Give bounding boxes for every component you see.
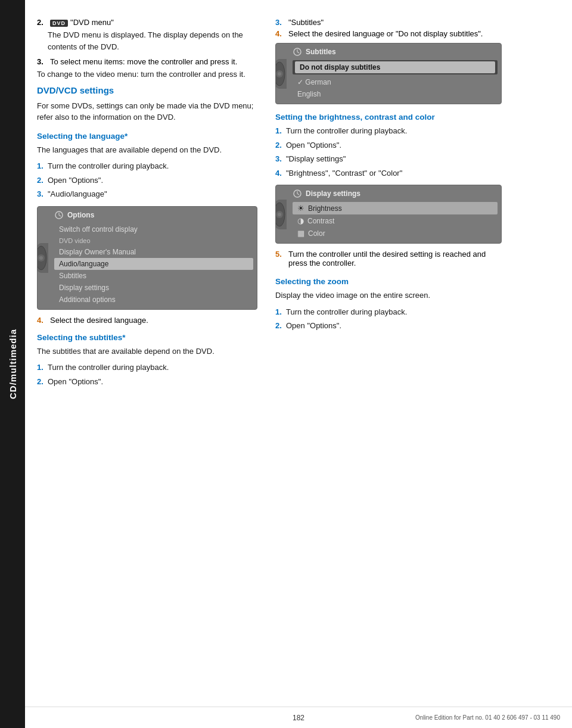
footer: 182 Online Edition for Part no. 01 40 2 …	[25, 707, 572, 728]
options-title: Options	[67, 211, 94, 219]
brightness-steps-list: 1. Turn the controller during playback. …	[275, 125, 502, 179]
step-3-subtitles: 3. "Subtitles"	[275, 18, 502, 27]
step-3-subtitles-text: "Subtitles"	[288, 18, 502, 27]
language-step-3: 3. "Audio/language"	[37, 188, 257, 200]
color-label: Color	[308, 229, 325, 238]
step-4-language: 4. Select the desired language.	[37, 316, 257, 325]
step-3-subtitles-num: 3.	[275, 18, 288, 27]
step-4-text: Select the desired language.	[50, 316, 257, 325]
brightness-label: Brightness	[308, 204, 342, 213]
zoom-step-2: 2. Open "Options".	[275, 320, 502, 332]
brightness-step-2: 2. Open "Options".	[275, 139, 502, 151]
controller-dial-left	[37, 243, 48, 273]
step-3-text: To select menu items: move the controlle…	[50, 57, 257, 66]
color-icon: ▦	[297, 229, 304, 238]
right-column: 3. "Subtitles" 4. Select the desired lan…	[269, 18, 502, 393]
options-menu-items: Switch off control display DVD video Dis…	[54, 223, 253, 306]
menu-display-settings: Display settings	[54, 282, 253, 294]
contrast-label: Contrast	[307, 217, 334, 225]
select-language-desc: The languages that are available depend …	[37, 144, 257, 156]
subtitles-icon	[293, 47, 302, 57]
step-3-select-menu: 3. To select menu items: move the contro…	[37, 57, 257, 66]
menu-dvd-video: DVD video	[54, 235, 253, 246]
selecting-zoom-desc: Display the video image on the entire sc…	[275, 290, 502, 301]
select-subtitles-heading: Selecting the subtitles*	[37, 333, 257, 342]
step-2-dvd-menu: 2. DVD"DVD menu"	[37, 18, 257, 27]
svg-point-2	[39, 256, 43, 260]
contrast-icon: ◑	[297, 216, 304, 225]
step-3-num: 3.	[37, 57, 50, 66]
step-2-desc: The DVD menu is displayed. The display d…	[48, 29, 257, 52]
menu-english: English	[293, 88, 498, 100]
menu-audio-language: Audio/language	[54, 258, 253, 270]
brightness-sun-icon: ☀	[297, 204, 304, 213]
selecting-zoom-heading: Selecting the zoom	[275, 277, 502, 286]
subtitles-step-2: 2. Open "Options".	[37, 376, 257, 388]
menu-subtitles: Subtitles	[54, 270, 253, 282]
svg-point-10	[278, 213, 281, 216]
brightness-step-4: 4. "Brightness", "Contrast" or "Color"	[275, 167, 502, 179]
dvd-vcd-desc: For some DVDs, settings can only be made…	[37, 100, 257, 123]
dvd-icon: DVD	[50, 20, 68, 27]
display-settings-title: Display settings	[306, 189, 360, 198]
controller-dial-display	[275, 200, 287, 229]
color-item: ▦ Color	[293, 227, 498, 239]
menu-german: ✓ German	[293, 76, 498, 88]
dvd-vcd-heading: DVD/VCD settings	[37, 85, 257, 95]
zoom-steps-list: 1. Turn the controller during playback. …	[275, 306, 502, 332]
display-settings-screenshot: Display settings ☀ Brightness ◑ Contrast…	[275, 185, 502, 244]
footer-text: Online Edition for Part no. 01 40 2 606 …	[415, 714, 560, 721]
options-title-bar: Options	[54, 210, 253, 221]
subtitles-steps-list: 1. Turn the controller during playback. …	[37, 362, 257, 387]
language-step-2: 2. Open "Options".	[37, 175, 257, 186]
step-4-subtitles-num: 4.	[275, 29, 288, 38]
subtitles-title: Subtitles	[306, 48, 336, 56]
left-column: 2. DVD"DVD menu" The DVD menu is display…	[37, 18, 269, 393]
zoom-step-1: 1. Turn the controller during playback.	[275, 306, 502, 318]
step-5-text: Turn the controller until the desired se…	[288, 250, 502, 267]
options-screenshot: Options Switch off control display DVD v…	[37, 206, 257, 310]
brightness-step-1: 1. Turn the controller during playback.	[275, 125, 502, 137]
display-settings-title-bar: Display settings	[293, 189, 498, 200]
select-subtitles-desc: The subtitles that are available depend …	[37, 346, 257, 357]
select-language-heading: Selecting the language*	[37, 132, 257, 141]
controller-dial-subtitles	[275, 59, 287, 89]
language-step-1: 1. Turn the controller during playback.	[37, 160, 257, 172]
menu-switch-off: Switch off control display	[54, 223, 253, 235]
subtitles-screenshot: Subtitles Do not display subtitles ✓ Ger…	[275, 43, 502, 104]
contrast-item: ◑ Contrast	[293, 214, 498, 227]
side-tab: CD/multimedia	[0, 0, 25, 728]
step-2-num: 2.	[37, 18, 50, 27]
subtitles-menu-items: Do not display subtitles ✓ German Englis…	[293, 60, 498, 100]
menu-do-not-display: Do not display subtitles	[295, 61, 495, 73]
language-steps-list: 1. Turn the controller during playback. …	[37, 160, 257, 200]
options-icon	[54, 210, 64, 220]
display-settings-icon	[293, 189, 302, 198]
subtitles-title-bar: Subtitles	[293, 47, 498, 58]
step-5-num: 5.	[275, 250, 288, 259]
menu-additional-options: Additional options	[54, 294, 253, 306]
step-5-brightness: 5. Turn the controller until the desired…	[275, 250, 502, 267]
display-settings-items: ☀ Brightness ◑ Contrast ▦ Color	[293, 202, 498, 239]
side-tab-label: CD/multimedia	[8, 329, 18, 399]
step-4-subtitles-text: Select the desired language or "Do not d…	[288, 29, 502, 38]
step-4-num: 4.	[37, 316, 50, 325]
main-content: 2. DVD"DVD menu" The DVD menu is display…	[25, 0, 572, 429]
step-2-content: DVD"DVD menu"	[50, 18, 114, 27]
brightness-heading: Setting the brightness, contrast and col…	[275, 113, 502, 122]
svg-point-6	[278, 72, 281, 76]
subtitles-step-1: 1. Turn the controller during playback.	[37, 362, 257, 374]
brightness-item: ☀ Brightness	[293, 202, 498, 214]
menu-display-owners: Display Owner's Manual	[54, 246, 253, 258]
brightness-step-3: 3. "Display settings"	[275, 153, 502, 165]
step-4-subtitles: 4. Select the desired language or "Do no…	[275, 29, 502, 38]
page-number: 182	[293, 714, 304, 722]
change-video-note: To change to the video menu: turn the co…	[37, 69, 257, 80]
